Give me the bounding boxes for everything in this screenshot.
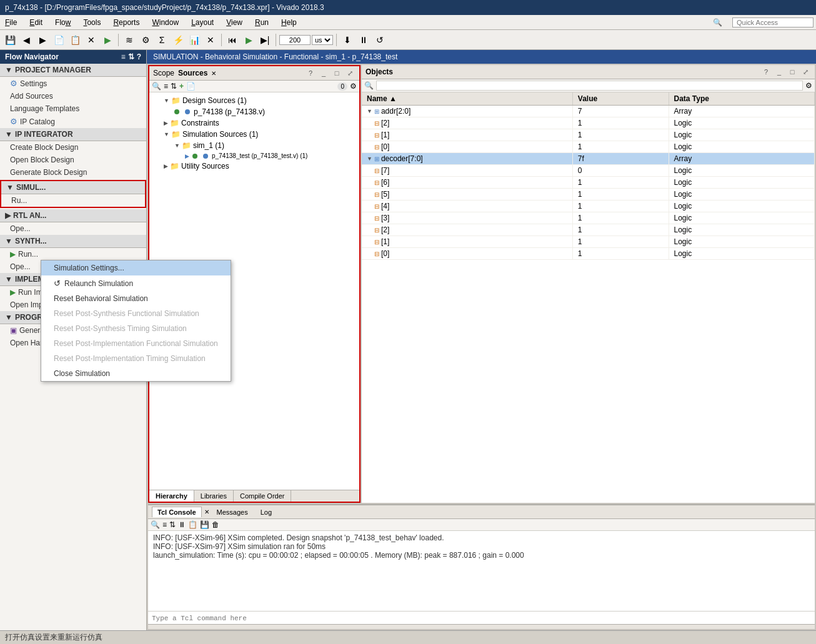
- step-button[interactable]: ▶|: [257, 32, 272, 47]
- sidebar-icon-2[interactable]: ⇅: [128, 52, 134, 61]
- sources-close-icon[interactable]: ✕: [211, 70, 216, 77]
- compile-button[interactable]: ⚡: [171, 32, 186, 47]
- sidebar-item-add-sources[interactable]: Add Sources: [0, 90, 146, 102]
- menu-window[interactable]: Window: [149, 17, 181, 28]
- console-pause-icon[interactable]: ⏸: [178, 520, 186, 529]
- download-button[interactable]: ⬇: [340, 32, 355, 47]
- table-row[interactable]: ▼ ⊞ decoder[7:0] 7f Array: [362, 153, 815, 165]
- console-search-icon[interactable]: 🔍: [151, 520, 160, 529]
- sidebar-item-ip-catalog[interactable]: ⚙ IP Catalog: [0, 115, 146, 128]
- sigma-button[interactable]: Σ: [154, 32, 169, 47]
- table-row[interactable]: ⊟ [2] 1 Logic: [362, 224, 815, 236]
- section-synthesis-header[interactable]: ▼ SYNTH...: [0, 235, 146, 248]
- sidebar-icon-1[interactable]: ≡: [121, 52, 126, 61]
- menu-help[interactable]: Help: [279, 17, 299, 28]
- play-button[interactable]: ▶: [241, 32, 256, 47]
- dropdown-item-reset-behavioral[interactable]: Reset Behavioral Simulation: [41, 291, 231, 306]
- sources-add-icon[interactable]: +: [179, 82, 184, 91]
- run-button[interactable]: ▶: [100, 32, 115, 47]
- menu-file[interactable]: File: [2, 17, 19, 28]
- section-ip-integrator-header[interactable]: ▼ IP INTEGRATOR: [0, 128, 146, 141]
- waveform-button[interactable]: 📊: [187, 32, 202, 47]
- menu-tools[interactable]: Tools: [81, 17, 103, 28]
- x-button[interactable]: ✕: [203, 32, 218, 47]
- tree-p74138[interactable]: p_74138 (p_74138.v): [152, 106, 357, 117]
- copy-button[interactable]: 📋: [67, 32, 82, 47]
- tree-p74138-test[interactable]: ▶ p_74138_test (p_74138_test.v) (1): [152, 151, 357, 161]
- menu-edit[interactable]: Edit: [27, 17, 45, 28]
- sources-filter-icon[interactable]: ≡: [164, 82, 168, 91]
- tab-libraries[interactable]: Libraries: [194, 490, 234, 502]
- tab-tcl-console[interactable]: Tcl Console: [152, 507, 202, 517]
- close-button[interactable]: ✕: [84, 32, 99, 47]
- objects-minimize-icon[interactable]: _: [774, 66, 785, 77]
- sidebar-icon-3[interactable]: ?: [137, 52, 141, 61]
- table-row[interactable]: ⊟ [1] 1 Logic: [362, 129, 815, 141]
- skip-start-button[interactable]: ⏮: [225, 32, 240, 47]
- back-button[interactable]: ◀: [19, 32, 34, 47]
- console-input[interactable]: [152, 615, 811, 622]
- table-row[interactable]: ⊟ [2] 1 Logic: [362, 117, 815, 129]
- tab-compile-order[interactable]: Compile Order: [234, 490, 292, 502]
- tree-utility-sources[interactable]: ▶ 📁 Utility Sources: [152, 161, 357, 172]
- tab-log[interactable]: Log: [256, 507, 277, 517]
- tab-hierarchy[interactable]: Hierarchy: [149, 490, 194, 502]
- table-row[interactable]: ⊟ [6] 1 Logic: [362, 177, 815, 189]
- console-filter-icon[interactable]: ≡: [162, 520, 167, 529]
- console-scrollbar[interactable]: [148, 624, 815, 629]
- pause-button[interactable]: ⏸: [356, 32, 371, 47]
- tree-design-sources[interactable]: ▼ 📁 Design Sources (1): [152, 95, 357, 106]
- sidebar-item-settings[interactable]: ⚙ Settings: [0, 77, 146, 90]
- quick-access-input[interactable]: [732, 17, 814, 27]
- tcl-close-icon[interactable]: ✕: [204, 508, 209, 515]
- sources-collapse-icon[interactable]: ⇅: [171, 82, 177, 91]
- restore-icon[interactable]: □: [331, 67, 342, 79]
- dropdown-item-relaunch-simulation[interactable]: ↺ Relaunch Simulation: [41, 275, 231, 291]
- table-row[interactable]: ⊟ [3] 1 Logic: [362, 212, 815, 224]
- dropdown-item-close-simulation[interactable]: Close Simulation: [41, 366, 231, 381]
- table-row[interactable]: ⊟ [0] 1 Logic: [362, 248, 815, 260]
- save-button[interactable]: 💾: [2, 32, 17, 47]
- sidebar-item-open-elaborated[interactable]: Ope...: [0, 222, 146, 235]
- time-value-input[interactable]: 200: [279, 35, 311, 45]
- objects-help-icon[interactable]: ?: [760, 66, 772, 77]
- forward-button[interactable]: ▶: [35, 32, 50, 47]
- sidebar-item-run-simulation[interactable]: Ru...: [1, 194, 145, 207]
- table-row[interactable]: ⊟ [7] 0 Logic: [362, 165, 815, 177]
- console-save-icon[interactable]: 💾: [200, 520, 209, 529]
- wave-button[interactable]: ≋: [122, 32, 137, 47]
- sources-settings-icon[interactable]: ⚙: [350, 82, 357, 91]
- menu-flow[interactable]: Flow: [52, 17, 73, 28]
- objects-settings-icon[interactable]: ⚙: [805, 81, 812, 90]
- menu-run[interactable]: Run: [252, 17, 271, 28]
- objects-restore-icon[interactable]: □: [787, 66, 798, 77]
- sources-file-icon[interactable]: 📄: [186, 82, 196, 91]
- maximize-icon[interactable]: ⤢: [344, 67, 356, 79]
- help-icon[interactable]: ?: [305, 67, 316, 79]
- sidebar-item-run-synthesis[interactable]: ▶ Run...: [0, 248, 146, 260]
- tab-messages[interactable]: Messages: [212, 507, 253, 517]
- menu-reports[interactable]: Reports: [111, 17, 142, 28]
- sidebar-item-language-templates[interactable]: Language Templates: [0, 102, 146, 115]
- section-simulation-header[interactable]: ▼ SIMUL...: [1, 181, 145, 194]
- table-row[interactable]: ⊟ [4] 1 Logic: [362, 201, 815, 212]
- menu-view[interactable]: View: [224, 17, 245, 28]
- time-unit-select[interactable]: us ns ps: [312, 35, 333, 45]
- objects-search-input[interactable]: [376, 81, 803, 91]
- sources-search-icon[interactable]: 🔍: [152, 82, 161, 91]
- new-button[interactable]: 📄: [51, 32, 66, 47]
- section-rtl-analysis-header[interactable]: ▶ RTL AN...: [0, 209, 146, 222]
- console-clear-icon[interactable]: 🗑: [212, 520, 219, 529]
- restart-button[interactable]: ↺: [372, 32, 387, 47]
- objects-maximize-icon[interactable]: ⤢: [800, 66, 811, 77]
- settings-button[interactable]: ⚙: [138, 32, 153, 47]
- objects-search-icon[interactable]: 🔍: [364, 81, 374, 90]
- sidebar-item-create-block-design[interactable]: Create Block Design: [0, 141, 146, 154]
- sidebar-item-open-block-design[interactable]: Open Block Design: [0, 154, 146, 166]
- dropdown-item-simulation-settings[interactable]: Simulation Settings...: [41, 260, 231, 275]
- menu-layout[interactable]: Layout: [189, 17, 216, 28]
- table-row[interactable]: ⊟ [5] 1 Logic: [362, 189, 815, 201]
- table-row[interactable]: ⊟ [1] 1 Logic: [362, 236, 815, 248]
- tree-sim1[interactable]: ▼ 📁 sim_1 (1): [152, 140, 357, 151]
- table-row[interactable]: ▼ ⊞ addr[2:0] 7 Array: [362, 106, 815, 117]
